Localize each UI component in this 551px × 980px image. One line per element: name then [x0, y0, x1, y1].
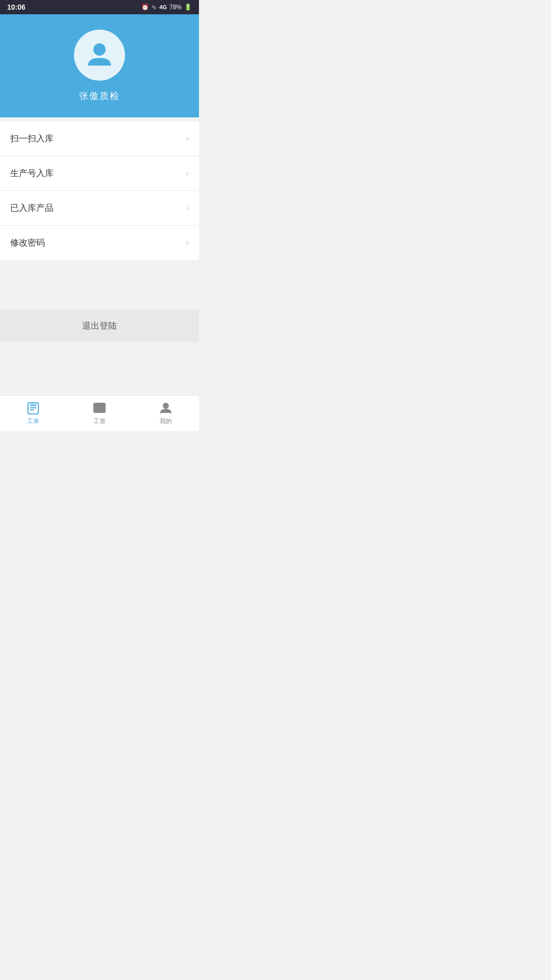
- chevron-icon-production: ›: [186, 169, 189, 178]
- nav-item-workorder[interactable]: 工单: [0, 401, 66, 426]
- wifi-icon: ∿: [152, 4, 157, 11]
- avatar: [74, 30, 125, 81]
- status-time: 10:06: [7, 3, 26, 11]
- svg-point-0: [93, 43, 106, 56]
- nav-item-my[interactable]: 我的: [133, 401, 199, 426]
- profile-header: 张傲质检: [0, 14, 199, 117]
- logout-label[interactable]: 退出登陆: [82, 320, 117, 332]
- logout-section[interactable]: 退出登陆: [0, 310, 199, 342]
- work-order-icon: [26, 401, 40, 415]
- battery-icon: 🔋: [184, 4, 192, 11]
- avatar-icon: [84, 39, 115, 71]
- bottom-nav: 工单 ¥ 工资 我的: [0, 395, 199, 431]
- main-content: 张傲质检 扫一扫入库 › 生产号入库 › 已入库产品 › 修改密码 › 退出登陆: [0, 14, 199, 395]
- menu-item-label-warehoused: 已入库产品: [10, 202, 54, 214]
- chevron-icon-password: ›: [186, 238, 189, 248]
- battery-text: 78%: [169, 4, 182, 11]
- menu-item-label-production: 生产号入库: [10, 167, 54, 179]
- menu-item-production[interactable]: 生产号入库 ›: [0, 156, 199, 191]
- bottom-spacer: [0, 342, 199, 395]
- menu-item-label-password: 修改密码: [10, 237, 45, 249]
- menu-item-password[interactable]: 修改密码 ›: [0, 226, 199, 260]
- profile-name: 张傲质检: [79, 90, 120, 102]
- nav-label-my: 我的: [160, 417, 172, 426]
- menu-item-warehoused[interactable]: 已入库产品 ›: [0, 191, 199, 226]
- menu-item-label-scan: 扫一扫入库: [10, 133, 54, 144]
- menu-item-scan[interactable]: 扫一扫入库 ›: [0, 121, 199, 156]
- gray-spacer: [0, 260, 199, 306]
- svg-point-10: [163, 403, 168, 408]
- nav-item-salary[interactable]: ¥ 工资: [66, 401, 133, 426]
- my-icon: [159, 401, 173, 415]
- salary-icon: ¥: [92, 401, 107, 415]
- nav-label-workorder: 工单: [27, 417, 39, 426]
- alarm-icon: ⏰: [141, 4, 149, 11]
- signal-icon: 4G: [159, 4, 167, 10]
- chevron-icon-warehoused: ›: [186, 204, 189, 213]
- nav-label-salary: 工资: [93, 417, 106, 426]
- chevron-icon-scan: ›: [186, 134, 189, 143]
- status-icons: ⏰ ∿ 4G 78% 🔋: [141, 4, 192, 11]
- status-bar: 10:06 ⏰ ∿ 4G 78% 🔋: [0, 0, 199, 14]
- menu-list: 扫一扫入库 › 生产号入库 › 已入库产品 › 修改密码 ›: [0, 121, 199, 260]
